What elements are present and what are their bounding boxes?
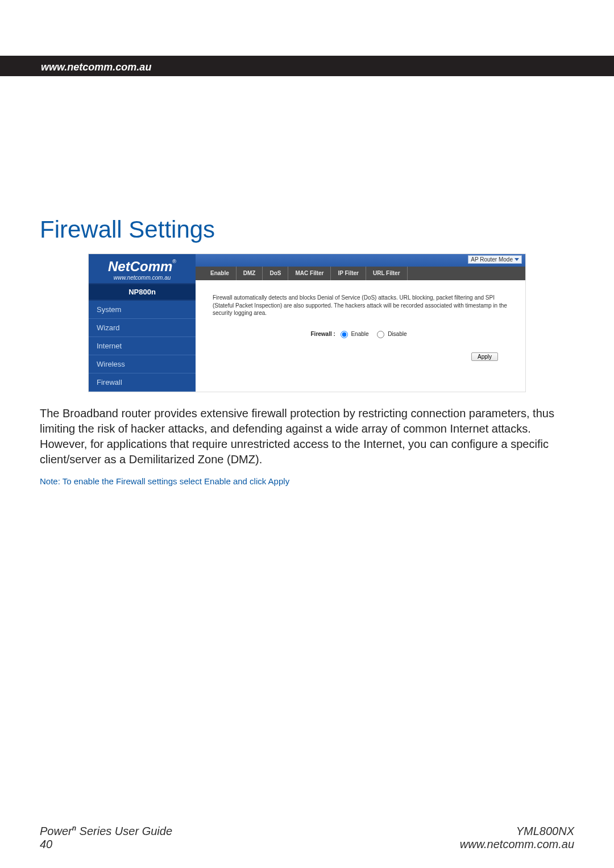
- registered-mark: ®: [160, 33, 167, 44]
- firewall-enable-label: Enable: [351, 331, 368, 337]
- tab-enable[interactable]: Enable: [204, 267, 237, 280]
- mode-select[interactable]: AP Router Mode: [468, 255, 522, 264]
- router-brand-logo: NetComm®: [89, 259, 196, 275]
- tab-dos[interactable]: DoS: [263, 267, 288, 280]
- tab-dmz[interactable]: DMZ: [237, 267, 263, 280]
- firewall-radio-label: Firewall :: [311, 331, 335, 337]
- page-footer: Powern Series User Guide 40 YML800NX www…: [40, 824, 574, 851]
- apply-button[interactable]: Apply: [471, 352, 498, 361]
- brand-logo-text: NetComm: [40, 30, 159, 60]
- router-registered-mark: ®: [172, 259, 176, 264]
- router-brand-text: NetComm: [108, 259, 172, 274]
- tab-ip-filter[interactable]: IP Filter: [331, 267, 366, 280]
- page-number: 40: [40, 838, 172, 851]
- router-main-panel: AP Router Mode Enable DMZ DoS MAC Filter…: [196, 254, 525, 392]
- mode-select-label: AP Router Mode: [471, 256, 513, 263]
- router-ui-screenshot: NetComm® www.netcomm.com.au NP800n Syste…: [88, 254, 526, 392]
- sidebar-item-system[interactable]: System: [89, 301, 196, 319]
- brand-url: www.netcomm.com.au: [41, 61, 151, 73]
- footer-url: www.netcomm.com.au: [460, 838, 574, 850]
- chevron-down-icon: [515, 258, 519, 261]
- router-model: NP800n: [89, 283, 196, 301]
- firewall-description: Firewall automatically detects and block…: [196, 280, 525, 317]
- sidebar-item-internet[interactable]: Internet: [89, 337, 196, 355]
- router-topbar: AP Router Mode: [196, 254, 525, 267]
- footer-guide-post: Series User Guide: [76, 825, 172, 837]
- router-sidebar-logo-area: NetComm® www.netcomm.com.au: [89, 254, 196, 283]
- footer-guide-pre: Power: [40, 825, 72, 837]
- apply-row: Apply: [196, 338, 525, 373]
- tab-mac-filter[interactable]: MAC Filter: [288, 267, 331, 280]
- body-paragraph: The Broadband router provides extensive …: [40, 406, 574, 467]
- footer-guide-sup: n: [72, 824, 76, 832]
- footer-code: YML800NX: [460, 825, 574, 838]
- brand-logo: NetComm®: [40, 30, 167, 60]
- firewall-enable-radio[interactable]: [341, 331, 348, 338]
- note-text: Note: To enable the Firewall settings se…: [40, 476, 574, 486]
- footer-right: YML800NX www.netcomm.com.au: [460, 825, 574, 851]
- sidebar-item-wireless[interactable]: Wireless: [89, 355, 196, 373]
- sidebar-item-firewall[interactable]: Firewall: [89, 373, 196, 392]
- router-brand-url: www.netcomm.com.au: [89, 275, 196, 281]
- firewall-disable-radio[interactable]: [377, 331, 384, 338]
- sidebar-item-wizard[interactable]: Wizard: [89, 319, 196, 337]
- firewall-disable-label: Disable: [388, 331, 406, 337]
- footer-left: Powern Series User Guide 40: [40, 824, 172, 851]
- router-tabs: Enable DMZ DoS MAC Filter IP Filter URL …: [196, 267, 525, 280]
- section-title: Firewall Settings: [40, 216, 574, 243]
- router-sidebar: NetComm® www.netcomm.com.au NP800n Syste…: [89, 254, 196, 392]
- page-header: NetComm® www.netcomm.com.au: [0, 0, 614, 80]
- main-content: Firewall Settings NetComm® www.netcomm.c…: [0, 216, 614, 486]
- tab-url-filter[interactable]: URL Filter: [366, 267, 408, 280]
- firewall-radio-row: Firewall : Enable Disable: [196, 317, 525, 338]
